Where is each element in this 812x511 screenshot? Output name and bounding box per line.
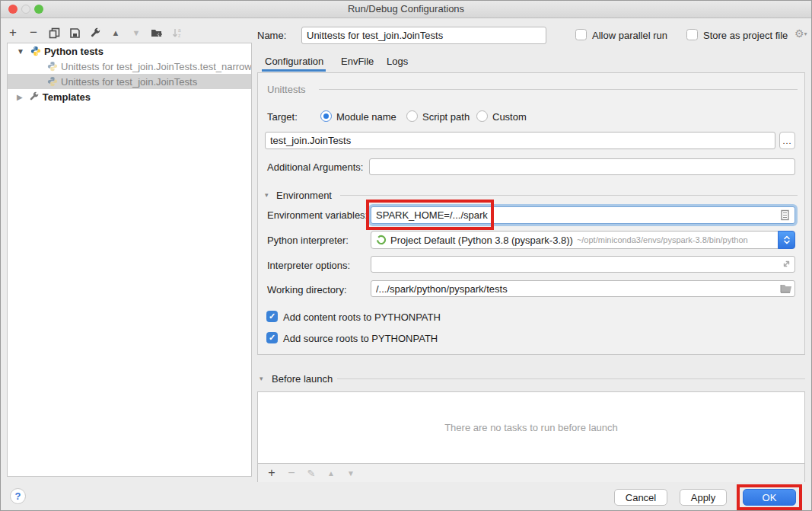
env-vars-browse-icon[interactable] (780, 209, 790, 221)
configurations-toolbar: + − ▲ ▼ az (7, 27, 183, 39)
additional-arguments-input[interactable] (369, 158, 795, 175)
minimize-button (21, 5, 30, 14)
check-icon: ✓ (269, 311, 275, 321)
tab-envfile[interactable]: EnvFile (341, 56, 374, 67)
move-down-icon: ▼ (345, 467, 357, 479)
target-module-name-radio[interactable] (320, 110, 332, 122)
additional-arguments-label: Additional Arguments: (267, 161, 363, 173)
allow-parallel-run-label: Allow parallel run (592, 30, 667, 41)
python-interpreter-value: Project Default (Python 3.8 (pyspark-3.8… (390, 235, 573, 246)
tab-logs[interactable]: Logs (387, 56, 408, 67)
cancel-button[interactable]: Cancel (614, 489, 667, 506)
python-icon (47, 76, 58, 87)
conda-env-icon (376, 235, 387, 245)
python-interpreter-path: ~/opt/miniconda3/envs/pyspark-3.8/bin/py… (577, 235, 748, 244)
check-icon: ✓ (269, 333, 275, 343)
folder-icon[interactable] (780, 283, 792, 293)
help-button[interactable]: ? (10, 488, 26, 504)
svg-text:a: a (178, 27, 181, 33)
chevron-up-down-icon[interactable] (778, 231, 795, 249)
module-name-input[interactable] (265, 132, 775, 149)
run-debug-configurations-dialog: Run/Debug Configurations + − ▲ ▼ az ▼ Py (0, 0, 812, 511)
save-icon[interactable] (68, 27, 81, 39)
tree-item-label: Python tests (44, 46, 103, 57)
ok-button[interactable]: OK (743, 489, 796, 506)
target-label: Target: (267, 111, 298, 123)
target-module-name-label: Module name (336, 111, 396, 123)
before-launch-toolbar: + − ✎ ▲ ▼ (258, 463, 804, 482)
tab-configuration[interactable]: Configuration (265, 56, 323, 67)
name-input[interactable] (301, 27, 546, 44)
tree-item-templates[interactable]: ▶ Templates (8, 89, 251, 104)
edit-icon: ✎ (305, 467, 317, 479)
expand-field-icon[interactable] (782, 259, 791, 269)
before-launch-task-list: There are no tasks to run before launch … (257, 391, 805, 482)
environment-variables-label: Environment variables: (267, 209, 368, 221)
before-launch-section-label: Before launch (272, 373, 333, 385)
working-directory-input[interactable] (371, 280, 795, 297)
remove-icon: − (285, 467, 298, 479)
add-icon[interactable]: + (7, 27, 19, 39)
empty-task-list-text: There are no tasks to run before launch (444, 422, 618, 433)
tree-item-label: Unittests for test_join.JoinTests (61, 76, 197, 88)
copy-icon[interactable] (48, 27, 60, 39)
python-icon (47, 61, 58, 72)
interpreter-options-label: Interpreter options: (267, 260, 350, 271)
unittests-section-label: Unittests (267, 84, 306, 95)
edit-templates-icon[interactable] (89, 27, 101, 39)
tree-item-unittests-test-narrow[interactable]: Unittests for test_join.JoinTests.test_n… (8, 59, 251, 74)
environment-collapse-icon[interactable]: ▾ (265, 191, 269, 199)
wrench-icon (29, 91, 40, 102)
move-down-icon: ▼ (130, 27, 142, 39)
target-script-path-radio[interactable] (406, 110, 418, 122)
configurations-tree: ▼ Python tests Unittests for test_join.J… (7, 43, 252, 477)
expanded-arrow-icon[interactable]: ▼ (17, 47, 24, 56)
python-icon (30, 46, 41, 56)
environment-variables-input[interactable] (371, 206, 795, 224)
target-custom-label: Custom (492, 111, 527, 123)
add-icon[interactable]: + (266, 467, 278, 479)
add-content-roots-checkbox[interactable]: ✓ (266, 311, 278, 322)
section-divider (340, 195, 798, 196)
gear-icon[interactable]: ⚙▾ (794, 27, 807, 40)
tree-item-python-tests[interactable]: ▼ Python tests (8, 43, 251, 59)
close-button[interactable] (8, 5, 18, 14)
tree-item-label: Unittests for test_join.JoinTests.test_n… (61, 61, 251, 72)
target-custom-radio[interactable] (476, 110, 488, 122)
window-title: Run/Debug Configurations (1, 1, 811, 17)
target-script-path-label: Script path (422, 111, 470, 123)
new-folder-icon[interactable] (151, 27, 163, 39)
collapsed-arrow-icon[interactable]: ▶ (17, 93, 23, 101)
active-tab-underline (262, 69, 326, 72)
zoom-button[interactable] (34, 5, 43, 14)
add-source-roots-label: Add source roots to PYTHONPATH (283, 333, 438, 344)
interpreter-options-input[interactable] (371, 256, 795, 273)
remove-icon[interactable]: − (27, 27, 40, 39)
question-icon: ? (15, 490, 21, 502)
before-launch-collapse-icon[interactable]: ▾ (260, 375, 263, 382)
svg-text:z: z (178, 33, 180, 38)
environment-section-label: Environment (276, 190, 332, 201)
allow-parallel-run-checkbox[interactable] (575, 29, 587, 40)
title-bar: Run/Debug Configurations (1, 1, 811, 18)
browse-button[interactable]: ... (779, 132, 795, 149)
apply-button[interactable]: Apply (680, 489, 727, 506)
move-up-icon[interactable]: ▲ (110, 27, 122, 39)
move-up-icon: ▲ (325, 467, 337, 479)
store-as-project-file-checkbox[interactable] (686, 29, 698, 40)
name-label: Name: (257, 30, 286, 41)
python-interpreter-label: Python interpreter: (267, 235, 349, 246)
python-interpreter-combobox[interactable]: Project Default (Python 3.8 (pyspark-3.8… (371, 231, 795, 249)
add-content-roots-label: Add content roots to PYTHONPATH (283, 311, 441, 323)
working-directory-label: Working directory: (267, 284, 347, 295)
tree-item-unittests-jointests[interactable]: Unittests for test_join.JoinTests (8, 74, 251, 89)
store-as-project-file-label: Store as project file (703, 30, 788, 41)
section-divider (319, 89, 798, 90)
sort-alpha-icon: az (171, 27, 183, 39)
tree-item-label: Templates (43, 91, 91, 103)
add-source-roots-checkbox[interactable]: ✓ (266, 332, 278, 343)
section-divider (337, 378, 805, 379)
